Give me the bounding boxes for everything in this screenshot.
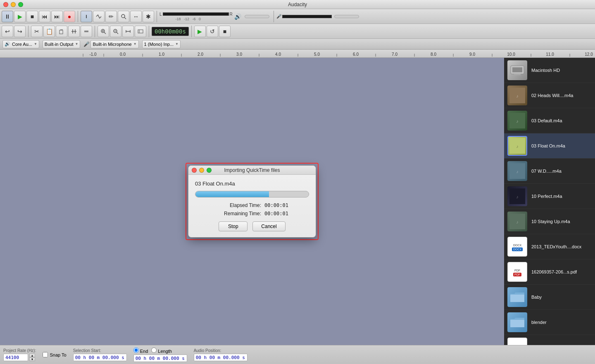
desktop-item-blender[interactable]: blender bbox=[504, 310, 595, 335]
desktop-item-03-default[interactable]: ♪ 03 Default.m4a bbox=[504, 108, 595, 133]
svg-rect-22 bbox=[514, 74, 521, 75]
stop-button-dialog[interactable]: Stop bbox=[219, 221, 248, 231]
end-radio-label[interactable]: End bbox=[133, 347, 148, 354]
ruler-mark-9: 8.0 bbox=[414, 52, 453, 57]
audio-host-icon: 🔊 bbox=[5, 41, 10, 47]
ruler-mark-2: 1.0 bbox=[142, 52, 181, 57]
desktop-item-02-heads[interactable]: ♪ 02 Heads Will....m4a bbox=[504, 83, 595, 108]
loop-button[interactable]: ↺ bbox=[207, 26, 218, 37]
length-radio-label[interactable]: Length bbox=[151, 347, 172, 354]
desktop-item-10-staying[interactable]: ♪ 10 Staying Up.m4a bbox=[504, 209, 595, 234]
separator-3 bbox=[274, 11, 274, 22]
draw-tool-button[interactable]: ✏ bbox=[105, 11, 117, 22]
record-button[interactable]: ● bbox=[64, 11, 75, 22]
minimize-button[interactable] bbox=[11, 2, 16, 7]
dialog-minimize-button[interactable] bbox=[199, 168, 204, 173]
item-name-07-wd: 07 W.D.....m4a bbox=[531, 168, 562, 174]
maximize-button[interactable] bbox=[18, 2, 23, 7]
desktop-item-07-wd[interactable]: ♪ 07 W.D.....m4a bbox=[504, 159, 595, 184]
svg-text:♪: ♪ bbox=[516, 169, 519, 174]
zoom-out-button[interactable] bbox=[110, 26, 121, 37]
stop-button[interactable]: ■ bbox=[26, 11, 38, 22]
recording-volume-slider[interactable] bbox=[334, 15, 359, 18]
icon-03-float: ♪ bbox=[507, 136, 527, 156]
close-button[interactable] bbox=[3, 2, 8, 7]
pause-button[interactable]: ⏸ bbox=[2, 11, 13, 22]
remaining-time-row: Remaining Time: 00:00:01 bbox=[195, 211, 309, 216]
playback-meter: L R -18 -12 -6 0 bbox=[159, 12, 233, 21]
fit-project-button[interactable] bbox=[135, 26, 146, 37]
zoom-in-button[interactable] bbox=[98, 26, 109, 37]
play2-button[interactable]: ▶ bbox=[194, 26, 206, 37]
end-length-section: End Length bbox=[133, 347, 187, 362]
snap-to-check[interactable] bbox=[43, 352, 48, 357]
icon-christmas: ODT ODT bbox=[507, 338, 527, 345]
playback-volume-slider[interactable] bbox=[245, 15, 269, 18]
desktop-item-2013-tedx[interactable]: DOCX DOCX 2013_TEDxYouth....docx bbox=[504, 234, 595, 259]
timeshift-tool-button[interactable]: ↔ bbox=[130, 11, 142, 22]
cancel-button-dialog[interactable]: Cancel bbox=[252, 221, 285, 231]
audio-position-input[interactable] bbox=[194, 354, 248, 361]
svg-point-0 bbox=[121, 14, 125, 18]
fit-selection-button[interactable] bbox=[122, 26, 134, 37]
input-label: Built-in Microphone bbox=[93, 42, 131, 47]
audio-host-select[interactable]: 🔊 Core Au... bbox=[2, 40, 39, 48]
selection-end-input[interactable] bbox=[133, 354, 187, 362]
svg-text:♪: ♪ bbox=[516, 144, 519, 149]
input-device-select[interactable]: Built-in Microphone bbox=[90, 40, 138, 48]
play-button[interactable]: ▶ bbox=[14, 11, 26, 22]
length-radio[interactable] bbox=[151, 347, 157, 353]
redo-button[interactable]: ↪ bbox=[14, 26, 26, 37]
multi-tool-button[interactable]: ✱ bbox=[143, 11, 154, 22]
snap-to-checkbox[interactable]: Snap To bbox=[43, 352, 66, 357]
item-name-10-staying: 10 Staying Up.m4a bbox=[531, 219, 570, 224]
skip-forward-button[interactable]: ⏭ bbox=[51, 11, 63, 22]
audio-position-label: Audio Position: bbox=[194, 348, 248, 353]
copy-button[interactable]: 📋 bbox=[43, 26, 55, 37]
svg-rect-21 bbox=[512, 67, 522, 72]
end-radio-text: End bbox=[140, 349, 148, 354]
silence-button[interactable] bbox=[81, 26, 92, 37]
zoom-tool-button[interactable] bbox=[118, 11, 129, 22]
end-radio[interactable] bbox=[133, 347, 139, 353]
project-rate-down[interactable]: ▼ bbox=[29, 357, 35, 361]
ruler-mark-3: 2.0 bbox=[181, 52, 220, 57]
input-section: 🎤 Built-in Microphone bbox=[83, 40, 138, 48]
output-device-select[interactable]: Built-in Output bbox=[43, 40, 81, 48]
track-area[interactable]: Importing QuickTime files 03 Float On.m4… bbox=[0, 58, 504, 345]
svg-text:♪: ♪ bbox=[516, 220, 519, 224]
sep-t2-4 bbox=[191, 26, 192, 37]
desktop-item-christmas[interactable]: ODT ODT Christmas.odt bbox=[504, 335, 595, 345]
project-rate-input[interactable] bbox=[3, 354, 28, 361]
project-rate-stepper[interactable]: ▲ ▼ bbox=[29, 354, 35, 361]
paste-button[interactable] bbox=[56, 26, 67, 37]
dialog-close-button[interactable] bbox=[192, 168, 197, 173]
undo-button[interactable]: ↩ bbox=[2, 26, 13, 37]
dialog-maximize-button[interactable] bbox=[207, 168, 212, 173]
icon-10-staying: ♪ bbox=[507, 212, 527, 231]
elapsed-time-row: Elapsed Time: 00:00:01 bbox=[195, 202, 309, 208]
skip-back-button[interactable]: ⏮ bbox=[39, 11, 50, 22]
channels-select[interactable]: 1 (Mono) Inp... bbox=[142, 40, 181, 48]
project-rate-up[interactable]: ▲ bbox=[29, 354, 35, 357]
desktop-item-162069357[interactable]: PDF PDF 162069357-206...s.pdf bbox=[504, 259, 595, 285]
dialog-titlebar: Importing QuickTime files bbox=[188, 166, 316, 175]
desktop-item-03-float[interactable]: ♪ 03 Float On.m4a bbox=[504, 133, 595, 159]
desktop-item-10-perfect[interactable]: ♪ 10 Perfect.m4a bbox=[504, 184, 595, 209]
desktop-item-baby[interactable]: Baby bbox=[504, 285, 595, 310]
window-controls[interactable] bbox=[3, 2, 23, 7]
selection-start-input[interactable] bbox=[73, 354, 127, 361]
svg-text:♪: ♪ bbox=[516, 195, 519, 199]
import-dialog: Importing QuickTime files 03 Float On.m4… bbox=[188, 165, 316, 238]
selection-tool-button[interactable]: I bbox=[81, 11, 92, 22]
speaker-icon: 🔊 bbox=[234, 13, 241, 20]
trim-button[interactable] bbox=[68, 26, 80, 37]
svg-line-13 bbox=[117, 32, 118, 34]
desktop-item-macintosh-hd[interactable]: Macintosh HD bbox=[504, 58, 595, 83]
cut-button[interactable]: ✂ bbox=[31, 26, 43, 37]
stop2-button[interactable]: ■ bbox=[219, 26, 231, 37]
envelope-tool-button[interactable] bbox=[93, 11, 105, 22]
ruler-marks: -1.0 0.0 1.0 2.0 3.0 4.0 5.0 6.0 7.0 8.0… bbox=[0, 52, 595, 57]
dialog-window-controls[interactable] bbox=[192, 168, 212, 173]
svg-rect-35 bbox=[510, 295, 524, 302]
